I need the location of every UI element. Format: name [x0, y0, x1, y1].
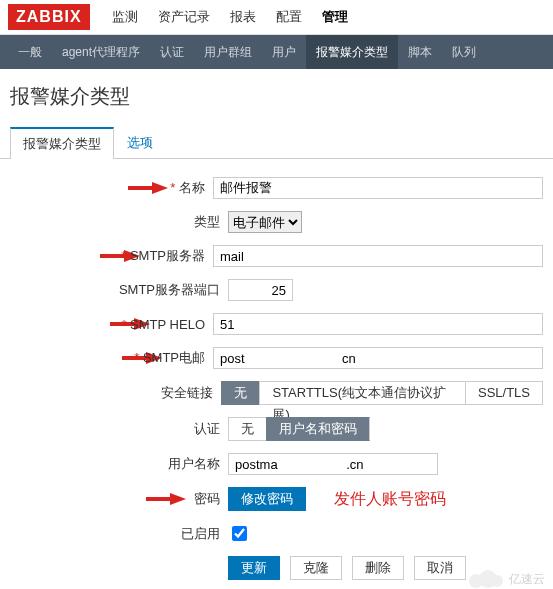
auth-group: 无 用户名和密码 [228, 417, 370, 441]
password-annotation: 发件人账号密码 [334, 489, 446, 510]
type-select[interactable]: 电子邮件 [228, 211, 302, 233]
row-auth: 认证 无 用户名和密码 [10, 417, 543, 441]
zabbix-logo: ZABBIX [8, 4, 90, 30]
tabs: 报警媒介类型 选项 [0, 126, 553, 159]
name-label: 名称 [10, 179, 213, 197]
topbar: ZABBIX 监测 资产记录 报表 配置 管理 [0, 0, 553, 35]
nav-config[interactable]: 配置 [266, 0, 312, 34]
tab-options[interactable]: 选项 [114, 127, 166, 159]
form: 名称 类型 电子邮件 SMTP服务器 SMTP服务器端口 SMTP HELO S… [0, 159, 553, 589]
subnav-proxies[interactable]: agent代理程序 [52, 35, 150, 69]
name-input[interactable] [213, 177, 543, 199]
subnav-auth[interactable]: 认证 [150, 35, 194, 69]
page-title: 报警媒介类型 [0, 69, 553, 120]
subnav-users[interactable]: 用户 [262, 35, 306, 69]
row-username: 用户名称 [10, 453, 543, 475]
auth-userpass[interactable]: 用户名和密码 [266, 417, 370, 441]
security-starttls[interactable]: STARTTLS(纯文本通信协议扩展) [259, 381, 465, 405]
username-input[interactable] [228, 453, 438, 475]
clone-button[interactable]: 克隆 [290, 556, 342, 580]
row-smtp-helo: SMTP HELO [10, 313, 543, 335]
auth-none[interactable]: 无 [228, 417, 266, 441]
delete-button[interactable]: 删除 [352, 556, 404, 580]
row-enabled: 已启用 [10, 523, 543, 544]
nav-monitoring[interactable]: 监测 [102, 0, 148, 34]
smtp-email-input[interactable] [213, 347, 543, 369]
row-type: 类型 电子邮件 [10, 211, 543, 233]
cloud-icon [469, 570, 505, 588]
nav-admin[interactable]: 管理 [312, 0, 358, 34]
subnav-general[interactable]: 一般 [8, 35, 52, 69]
subnav-usergrp[interactable]: 用户群组 [194, 35, 262, 69]
cancel-button[interactable]: 取消 [414, 556, 466, 580]
row-password: 密码 修改密码 发件人账号密码 [10, 487, 543, 511]
password-label: 密码 [10, 490, 228, 508]
security-ssl[interactable]: SSL/TLS [465, 381, 543, 405]
enabled-checkbox[interactable] [232, 526, 247, 541]
auth-label: 认证 [10, 420, 228, 438]
enabled-label: 已启用 [10, 525, 228, 543]
watermark: 亿速云 [469, 570, 545, 588]
row-security: 安全链接 无 STARTTLS(纯文本通信协议扩展) SSL/TLS [10, 381, 543, 405]
type-label: 类型 [10, 213, 228, 231]
security-label: 安全链接 [10, 384, 221, 402]
smtp-helo-input[interactable] [213, 313, 543, 335]
nav-reports[interactable]: 报表 [220, 0, 266, 34]
subnav: 一般 agent代理程序 认证 用户群组 用户 报警媒介类型 脚本 队列 [0, 35, 553, 69]
tab-mediatype[interactable]: 报警媒介类型 [10, 127, 114, 159]
update-button[interactable]: 更新 [228, 556, 280, 580]
row-smtp-server: SMTP服务器 [10, 245, 543, 267]
subnav-mediatypes[interactable]: 报警媒介类型 [306, 35, 398, 69]
security-none[interactable]: 无 [221, 381, 259, 405]
row-smtp-port: SMTP服务器端口 [10, 279, 543, 301]
smtp-server-input[interactable] [213, 245, 543, 267]
row-name: 名称 [10, 177, 543, 199]
change-password-button[interactable]: 修改密码 [228, 487, 306, 511]
nav-inventory[interactable]: 资产记录 [148, 0, 220, 34]
smtp-port-input[interactable] [228, 279, 293, 301]
smtp-port-label: SMTP服务器端口 [10, 281, 228, 299]
row-smtp-email: SMTP电邮 [10, 347, 543, 369]
subnav-scripts[interactable]: 脚本 [398, 35, 442, 69]
username-label: 用户名称 [10, 455, 228, 473]
mainnav: 监测 资产记录 报表 配置 管理 [102, 0, 358, 34]
subnav-queue[interactable]: 队列 [442, 35, 486, 69]
smtp-helo-label: SMTP HELO [10, 317, 213, 332]
smtp-server-label: SMTP服务器 [10, 247, 213, 265]
security-group: 无 STARTTLS(纯文本通信协议扩展) SSL/TLS [221, 381, 543, 405]
smtp-email-label: SMTP电邮 [10, 349, 213, 367]
watermark-text: 亿速云 [509, 571, 545, 588]
